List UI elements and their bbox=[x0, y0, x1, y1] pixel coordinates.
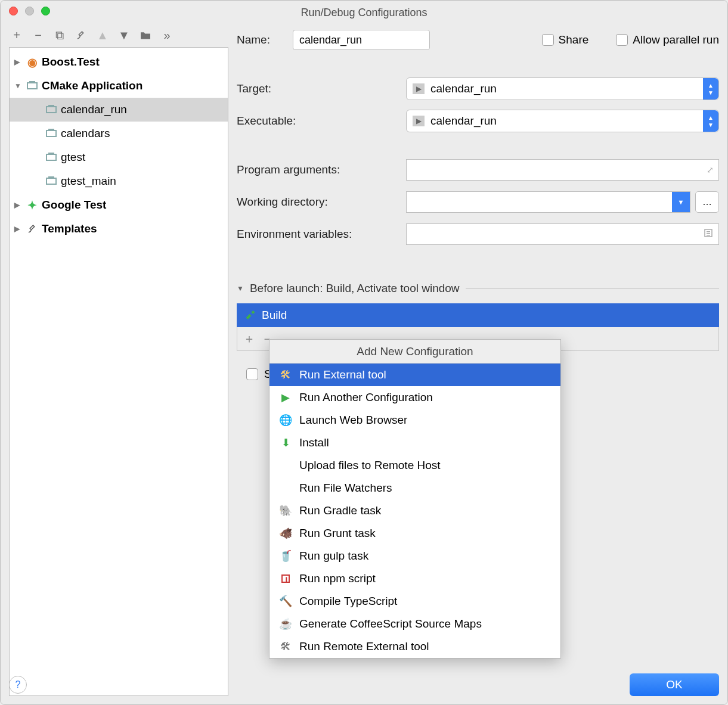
tree-child-gtest[interactable]: gtest bbox=[10, 145, 228, 169]
popup-item-label: Install bbox=[299, 436, 329, 449]
allow-parallel-checkbox[interactable] bbox=[616, 34, 628, 46]
dialog-window: Run/Debug Configurations + − ⧉ ▲ ▼ » bbox=[0, 0, 728, 705]
tree-google-test[interactable]: ▶ ✦ Google Test bbox=[10, 193, 228, 217]
add-config-button[interactable]: + bbox=[10, 29, 23, 42]
settings-icon[interactable] bbox=[75, 29, 88, 42]
copy-config-button[interactable]: ⧉ bbox=[53, 29, 66, 42]
before-launch-header[interactable]: ▼ Before launch: Build, Activate tool wi… bbox=[237, 282, 719, 295]
share-checkbox-group[interactable]: Share bbox=[542, 33, 589, 46]
popup-item-launch-browser[interactable]: 🌐 Launch Web Browser bbox=[269, 409, 560, 431]
exec-row: Executable: ▶ calendar_run ▲▼ bbox=[237, 109, 719, 133]
tree-cmake-app[interactable]: ▼ CMake Application bbox=[10, 74, 228, 98]
name-label: Name: bbox=[237, 33, 284, 46]
exec-combo[interactable]: ▶ calendar_run ▲▼ bbox=[406, 110, 719, 132]
popup-item-label: Run Grunt task bbox=[299, 527, 376, 540]
name-input[interactable] bbox=[293, 30, 430, 50]
config-tree: ▶ ◉ Boost.Test ▼ CMake Application calen… bbox=[9, 47, 228, 696]
tree-templates[interactable]: ▶ Templates bbox=[10, 217, 228, 241]
close-window-icon[interactable] bbox=[9, 7, 18, 15]
popup-item-run-external-tool[interactable]: 🛠 Run External tool bbox=[269, 364, 560, 386]
expand-icon: ▶ bbox=[14, 225, 23, 233]
tree-child-calendar-run[interactable]: calendar_run bbox=[10, 98, 228, 122]
ok-button[interactable]: OK bbox=[630, 673, 719, 696]
popup-item-upload-remote[interactable]: Upload files to Remote Host bbox=[269, 454, 560, 477]
dir-label: Working directory: bbox=[237, 195, 398, 209]
target-label: Target: bbox=[237, 82, 398, 95]
google-test-icon: ✦ bbox=[26, 198, 38, 212]
env-row: Environment variables: bbox=[237, 222, 719, 246]
add-task-button[interactable]: ＋ bbox=[243, 331, 255, 347]
move-up-button[interactable]: ▲ bbox=[96, 29, 109, 42]
gulp-icon: 🥤 bbox=[279, 549, 292, 563]
popup-item-file-watchers[interactable]: Run File Watchers bbox=[269, 477, 560, 499]
target-icon: ▶ bbox=[413, 83, 425, 94]
tree-child-gtest-main[interactable]: gtest_main bbox=[10, 169, 228, 193]
grunt-icon: 🐗 bbox=[279, 527, 292, 540]
popup-item-coffeescript[interactable]: ☕ Generate CoffeeScript Source Maps bbox=[269, 613, 560, 635]
titlebar: Run/Debug Configurations bbox=[1, 1, 727, 22]
coffee-icon: ☕ bbox=[279, 617, 292, 631]
minimize-window-icon[interactable] bbox=[25, 7, 34, 15]
tree-boost-test[interactable]: ▶ ◉ Boost.Test bbox=[10, 50, 228, 74]
popup-item-label: Upload files to Remote Host bbox=[299, 459, 441, 472]
build-task-row[interactable]: Build bbox=[237, 303, 719, 327]
folder-icon[interactable] bbox=[139, 29, 152, 42]
popup-item-label: Run Gradle task bbox=[299, 504, 381, 517]
globe-icon: 🌐 bbox=[279, 414, 292, 427]
wrench-icon bbox=[26, 223, 38, 234]
popup-item-npm[interactable]: Run npm script bbox=[269, 567, 560, 590]
expand-icon[interactable]: ⤢ bbox=[707, 165, 714, 175]
install-icon: ⬇ bbox=[279, 436, 292, 449]
allow-parallel-group[interactable]: Allow parallel run bbox=[616, 33, 719, 46]
dir-row: Working directory: ▼ … bbox=[237, 190, 719, 214]
help-button[interactable]: ? bbox=[9, 676, 27, 694]
browse-button[interactable]: … bbox=[695, 191, 719, 213]
before-launch-label: Before launch: Build, Activate tool wind… bbox=[250, 282, 460, 295]
window-title: Run/Debug Configurations bbox=[8, 4, 720, 19]
svg-rect-4 bbox=[282, 575, 289, 582]
collapse-icon: ▼ bbox=[237, 284, 244, 293]
add-config-popup: Add New Configuration 🛠 Run External too… bbox=[269, 339, 561, 659]
run-config-icon bbox=[45, 106, 57, 113]
typescript-icon: 🔨 bbox=[279, 595, 292, 608]
target-row: Target: ▶ calendar_run ▲▼ bbox=[237, 77, 719, 101]
tree-child-calendars[interactable]: calendars bbox=[10, 122, 228, 145]
allow-parallel-label: Allow parallel run bbox=[633, 33, 719, 46]
more-icon[interactable]: » bbox=[160, 29, 174, 42]
dir-input[interactable]: ▼ bbox=[406, 191, 690, 213]
name-row: Name: Share Allow parallel run bbox=[237, 28, 719, 52]
popup-item-gradle[interactable]: 🐘 Run Gradle task bbox=[269, 499, 560, 522]
popup-item-run-another-config[interactable]: ▶ Run Another Configuration bbox=[269, 386, 560, 409]
target-value: calendar_run bbox=[430, 82, 497, 95]
share-checkbox[interactable] bbox=[542, 34, 554, 46]
zoom-window-icon[interactable] bbox=[41, 7, 50, 15]
popup-item-typescript[interactable]: 🔨 Compile TypeScript bbox=[269, 590, 560, 613]
divider bbox=[466, 288, 719, 289]
args-input[interactable]: ⤢ bbox=[406, 159, 719, 181]
boost-icon: ◉ bbox=[26, 55, 38, 69]
gradle-icon: 🐘 bbox=[279, 504, 292, 517]
env-input[interactable] bbox=[406, 223, 719, 245]
popup-item-label: Generate CoffeeScript Source Maps bbox=[299, 617, 482, 631]
expand-icon: ▶ bbox=[14, 58, 23, 66]
popup-item-remote-external[interactable]: 🛠 Run Remote External tool bbox=[269, 635, 560, 658]
args-row: Program arguments: ⤢ bbox=[237, 158, 719, 182]
popup-title: Add New Configuration bbox=[269, 340, 560, 364]
chevron-down-icon[interactable]: ▼ bbox=[672, 192, 690, 212]
show-page-checkbox[interactable] bbox=[246, 368, 258, 380]
popup-item-gulp[interactable]: 🥤 Run gulp task bbox=[269, 545, 560, 567]
cmake-app-icon bbox=[26, 82, 38, 89]
exec-value: calendar_run bbox=[430, 114, 497, 128]
hammer-icon bbox=[245, 309, 256, 322]
list-icon[interactable] bbox=[703, 228, 714, 241]
args-label: Program arguments: bbox=[237, 163, 398, 176]
target-combo[interactable]: ▶ calendar_run ▲▼ bbox=[406, 77, 719, 100]
tree-label: Templates bbox=[42, 222, 97, 235]
npm-icon bbox=[279, 574, 292, 583]
popup-item-grunt[interactable]: 🐗 Run Grunt task bbox=[269, 522, 560, 545]
move-down-button[interactable]: ▼ bbox=[117, 29, 131, 42]
popup-item-label: Run Remote External tool bbox=[299, 640, 429, 653]
remove-config-button[interactable]: − bbox=[32, 29, 45, 42]
popup-item-install[interactable]: ⬇ Install bbox=[269, 431, 560, 454]
config-toolbar: + − ⧉ ▲ ▼ » bbox=[9, 27, 228, 47]
